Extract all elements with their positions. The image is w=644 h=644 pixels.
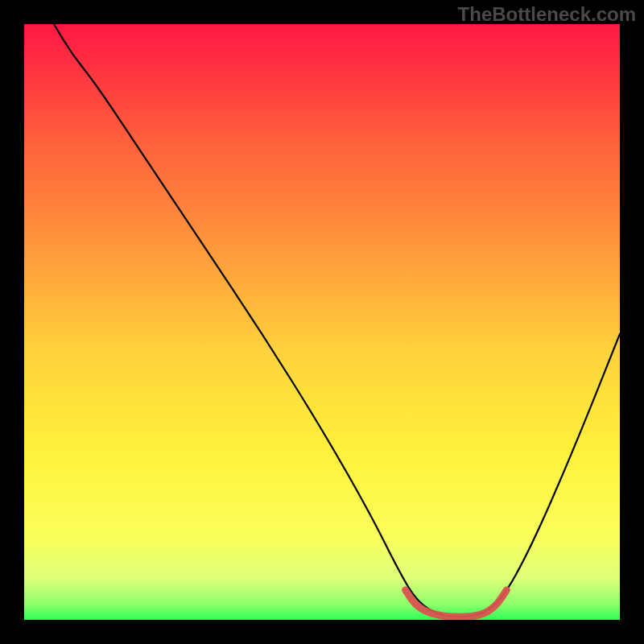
- chart-svg: [24, 24, 620, 620]
- svg-rect-0: [24, 24, 620, 620]
- chart-frame: TheBottleneck.com: [0, 0, 644, 644]
- watermark-text: TheBottleneck.com: [458, 3, 636, 26]
- plot-area: [24, 24, 620, 620]
